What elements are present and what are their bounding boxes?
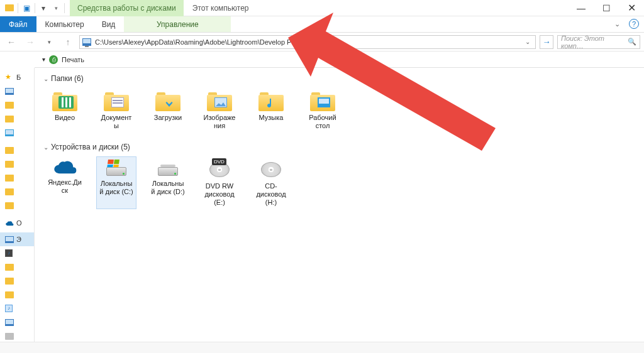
search-input[interactable]: Поиск: Этот комп… 🔍 xyxy=(557,35,640,49)
drive-label: CD-дисковод (H:) xyxy=(254,182,288,206)
close-button[interactable]: ✕ xyxy=(619,0,644,16)
back-button[interactable]: ← xyxy=(4,35,19,50)
sidebar-item-pictures2[interactable] xyxy=(0,288,34,301)
sidebar-item-generic4[interactable] xyxy=(0,198,34,212)
hard-drive-icon xyxy=(155,160,180,177)
folder-icon xyxy=(5,291,14,298)
sidebar-item-pictures[interactable] xyxy=(0,126,34,139)
sidebar-item-downloads2[interactable] xyxy=(0,274,34,288)
tab-manage[interactable]: Управление xyxy=(124,16,231,32)
tab-file[interactable]: Файл xyxy=(0,16,36,32)
sidebar-item-documents2[interactable] xyxy=(0,260,34,274)
drive-item[interactable]: CD-дисковод (H:) xyxy=(251,156,291,209)
folder-label: Загрузки xyxy=(154,114,182,122)
drive-item[interactable]: Локальный диск (C:) xyxy=(96,156,136,209)
minimize-button[interactable]: — xyxy=(569,0,594,16)
folder-icon xyxy=(5,102,14,109)
navigation-pane[interactable]: ★Б O Э xyxy=(0,68,35,342)
sidebar-item-videos[interactable] xyxy=(0,246,34,260)
folder-icon xyxy=(310,91,335,111)
group-folders[interactable]: ⌄ Папки (6) xyxy=(43,74,635,83)
qat-caret-icon[interactable]: ▾ xyxy=(50,3,62,14)
search-placeholder: Поиск: Этот комп… xyxy=(561,35,628,50)
sidebar-item-documents[interactable] xyxy=(0,112,34,126)
folder-icon xyxy=(155,91,180,111)
chevron-down-icon[interactable]: ▾ xyxy=(42,56,45,63)
pictures-icon xyxy=(5,129,14,136)
sidebar-item-generic2[interactable] xyxy=(0,171,34,185)
address-path[interactable]: C:\Users\Alexey\AppData\Roaming\Adobe\Li… xyxy=(95,38,523,46)
chevron-down-icon[interactable]: ⌄ xyxy=(43,144,48,151)
go-refresh-button[interactable]: → xyxy=(540,35,553,49)
sidebar-onedrive[interactable]: O xyxy=(0,216,34,230)
navigation-row: ← → ▾ ↑ C:\Users\Alexey\AppData\Roaming\… xyxy=(0,33,644,52)
new-folder-icon[interactable]: ▾ xyxy=(38,3,49,14)
sidebar-quick-access[interactable]: ★Б xyxy=(0,70,34,84)
maximize-button[interactable]: ☐ xyxy=(594,0,619,16)
sidebar-item-generic1[interactable] xyxy=(0,157,34,171)
cloud-drive-icon xyxy=(52,160,77,176)
folder-label: Документы xyxy=(99,114,133,129)
folder-item[interactable]: Изображения xyxy=(199,88,240,133)
music-icon xyxy=(5,305,13,312)
sidebar-item-desktop[interactable] xyxy=(0,84,34,98)
address-bar[interactable]: C:\Users\Alexey\AppData\Roaming\Adobe\Li… xyxy=(79,35,536,49)
sidebar-item-drive-c[interactable] xyxy=(0,329,34,343)
cloud-icon xyxy=(5,220,14,226)
tab-view[interactable]: Вид xyxy=(93,16,125,32)
folder-label: Изображения xyxy=(203,114,236,129)
print-button[interactable]: Печать xyxy=(62,56,84,63)
content-pane[interactable]: ⌄ Папки (6) ВидеоДокументыЗагрузкиИзобра… xyxy=(35,68,644,342)
drive-label: DVD RW дисковод (E:) xyxy=(203,182,236,206)
sidebar-this-pc[interactable]: Э xyxy=(0,232,34,246)
folder-icon xyxy=(5,175,14,182)
dvd-drive-icon: DVD xyxy=(207,160,232,180)
tab-computer[interactable]: Компьютер xyxy=(36,16,93,32)
folder-item[interactable]: Загрузки xyxy=(148,88,188,133)
drive-label: Локальный диск (D:) xyxy=(151,180,185,195)
this-pc-icon xyxy=(82,38,91,46)
up-button[interactable]: ↑ xyxy=(60,35,75,50)
folder-item[interactable]: Видео xyxy=(45,88,85,133)
sidebar-item-generic3[interactable] xyxy=(0,185,34,198)
folder-label: Видео xyxy=(55,114,75,122)
folder-icon xyxy=(5,188,14,195)
ribbon-tabs: Файл Компьютер Вид Управление ⌄ ? xyxy=(0,16,644,33)
sidebar-item-lightroom[interactable] xyxy=(0,143,34,157)
ribbon-collapse-icon[interactable]: ⌄ xyxy=(610,16,624,32)
folder-label: Рабочий стол xyxy=(306,114,340,129)
drive-icon xyxy=(5,333,14,340)
folder-icon xyxy=(104,91,129,111)
folder-icon xyxy=(258,91,284,111)
star-icon: ★ xyxy=(5,73,14,82)
drive-item[interactable]: Локальный диск (D:) xyxy=(148,156,188,209)
folder-item[interactable]: Рабочий стол xyxy=(303,88,343,133)
quick-access-toolbar: ▣ ▾ ▾ xyxy=(0,3,70,14)
drive-item[interactable]: DVDDVD RW дисковод (E:) xyxy=(199,156,240,209)
recent-dropdown-icon[interactable]: ▾ xyxy=(42,35,57,50)
monitor-icon xyxy=(5,319,14,326)
hard-drive-icon xyxy=(104,160,129,177)
help-icon[interactable]: ? xyxy=(629,19,639,29)
drive-label: Локальный диск (C:) xyxy=(99,180,133,195)
sidebar-item-desktop2[interactable] xyxy=(0,315,34,329)
folder-item[interactable]: Документы xyxy=(96,88,136,133)
forward-button[interactable]: → xyxy=(23,35,38,50)
properties-icon[interactable]: ▣ xyxy=(21,3,32,14)
title-bar: ▣ ▾ ▾ Средства работы с дисками Этот ком… xyxy=(0,0,644,16)
folder-icon xyxy=(5,278,14,285)
folder-icon xyxy=(207,91,232,111)
chevron-down-icon[interactable]: ⌄ xyxy=(43,75,48,82)
folder-item[interactable]: Музыка xyxy=(251,88,291,133)
group-folders-label: Папки (6) xyxy=(51,74,84,83)
group-devices[interactable]: ⌄ Устройства и диски (5) xyxy=(43,143,635,151)
sidebar-item-music[interactable] xyxy=(0,301,34,315)
window-title: Этот компьютер xyxy=(184,4,258,13)
folder-icon xyxy=(52,91,77,111)
address-dropdown-icon[interactable]: ⌄ xyxy=(523,38,533,45)
monitor-icon xyxy=(5,236,14,243)
drive-item[interactable]: Яндекс.Диск xyxy=(45,156,85,209)
folder-icon xyxy=(5,147,14,154)
command-bar: ▾ ⎙ Печать xyxy=(35,52,644,68)
sidebar-item-downloads[interactable] xyxy=(0,98,34,112)
